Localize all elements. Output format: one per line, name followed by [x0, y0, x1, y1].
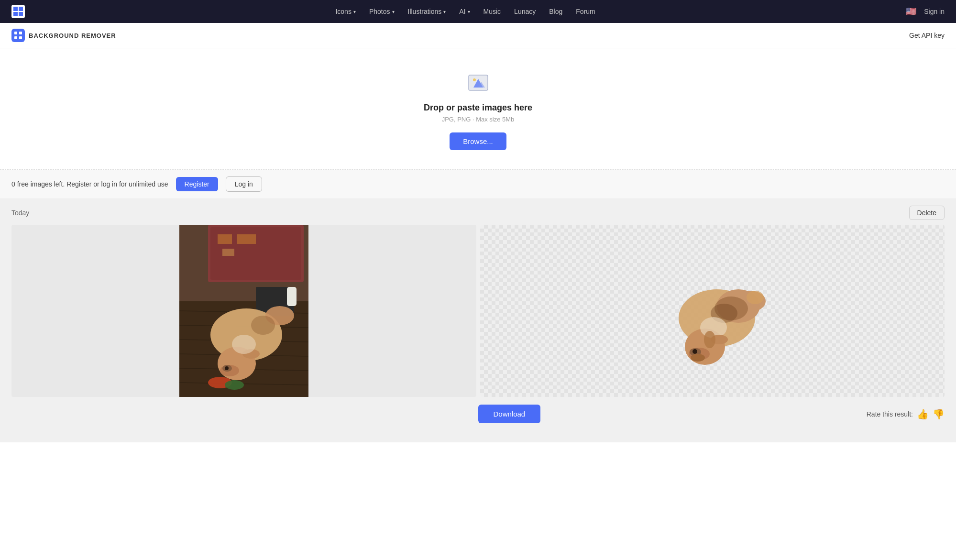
svg-point-50 — [747, 291, 764, 304]
thumbs-down-button[interactable]: 👎 — [933, 408, 945, 420]
browse-button[interactable]: Browse... — [450, 132, 506, 150]
svg-point-11 — [473, 78, 476, 81]
svg-point-34 — [251, 316, 275, 335]
nav-item-ai[interactable]: AI ▾ — [459, 8, 470, 15]
original-image-panel — [11, 225, 476, 397]
brand-area: BACKGROUND REMOVER — [11, 29, 116, 42]
results-date: Today — [11, 209, 29, 217]
nav-links: Icons ▾ Photos ▾ Illustrations ▾ AI ▾ Mu… — [335, 8, 595, 15]
nav-item-lunacy[interactable]: Lunacy — [514, 8, 536, 15]
processed-dog-image — [648, 225, 777, 397]
svg-point-36 — [225, 366, 229, 370]
svg-rect-7 — [19, 36, 22, 39]
nav-item-music[interactable]: Music — [483, 8, 501, 15]
nav-item-icons[interactable]: Icons ▾ — [335, 8, 355, 15]
sign-in-button[interactable]: Sign in — [924, 8, 945, 15]
chevron-down-icon: ▾ — [468, 9, 470, 14]
svg-rect-24 — [222, 249, 234, 256]
svg-point-27 — [225, 380, 244, 390]
nav-item-blog[interactable]: Blog — [549, 8, 562, 15]
promo-bar: 0 free images left. Register or log in f… — [0, 170, 956, 199]
nav-item-forum[interactable]: Forum — [576, 8, 595, 15]
rate-label: Rate this result: — [867, 410, 913, 418]
top-navigation: Icons ▾ Photos ▾ Illustrations ▾ AI ▾ Mu… — [0, 0, 956, 23]
svg-rect-5 — [19, 32, 22, 34]
get-api-key-button[interactable]: Get API key — [909, 32, 945, 39]
upload-title: Drop or paste images here — [424, 103, 532, 113]
svg-rect-22 — [218, 234, 232, 244]
promo-text: 0 free images left. Register or log in f… — [11, 180, 168, 188]
svg-rect-3 — [19, 12, 23, 16]
login-button[interactable]: Log in — [226, 176, 262, 192]
svg-rect-37 — [287, 287, 297, 306]
thumbs-up-button[interactable]: 👍 — [917, 408, 929, 420]
svg-rect-23 — [237, 234, 256, 244]
svg-rect-1 — [19, 7, 23, 11]
secondary-navigation: BACKGROUND REMOVER Get API key — [0, 23, 956, 48]
icons8-logo[interactable] — [11, 5, 25, 18]
download-button[interactable]: Download — [478, 405, 541, 423]
rate-result: Rate this result: 👍 👎 — [867, 408, 945, 420]
results-header: Today Delete — [11, 199, 945, 225]
nav-item-photos[interactable]: Photos ▾ — [369, 8, 395, 15]
chevron-down-icon: ▾ — [353, 9, 356, 14]
brand-name: BACKGROUND REMOVER — [29, 32, 116, 39]
results-section: Today Delete — [0, 199, 956, 442]
svg-rect-0 — [13, 7, 18, 11]
original-dog-image — [179, 225, 308, 397]
image-pair — [11, 225, 945, 397]
svg-point-51 — [691, 354, 705, 362]
upload-icon — [467, 71, 490, 96]
results-actions: Download Rate this result: 👍 👎 — [11, 397, 945, 423]
delete-button[interactable]: Delete — [909, 206, 945, 220]
chevron-down-icon: ▾ — [392, 9, 395, 14]
register-button[interactable]: Register — [176, 177, 218, 191]
processed-image-panel — [480, 225, 945, 397]
svg-point-49 — [704, 331, 715, 348]
nav-right: 🇺🇸 Sign in — [906, 6, 945, 17]
chevron-down-icon: ▾ — [443, 9, 446, 14]
upload-subtitle: JPG, PNG · Max size 5Mb — [442, 116, 515, 123]
svg-rect-2 — [13, 12, 18, 16]
nav-item-illustrations[interactable]: Illustrations ▾ — [408, 8, 446, 15]
language-flag[interactable]: 🇺🇸 — [906, 6, 916, 17]
svg-rect-4 — [14, 32, 17, 34]
svg-point-33 — [232, 335, 256, 354]
upload-area: Drop or paste images here JPG, PNG · Max… — [0, 48, 956, 170]
svg-point-48 — [692, 349, 697, 354]
svg-rect-6 — [14, 36, 17, 39]
brand-icon — [11, 29, 25, 42]
